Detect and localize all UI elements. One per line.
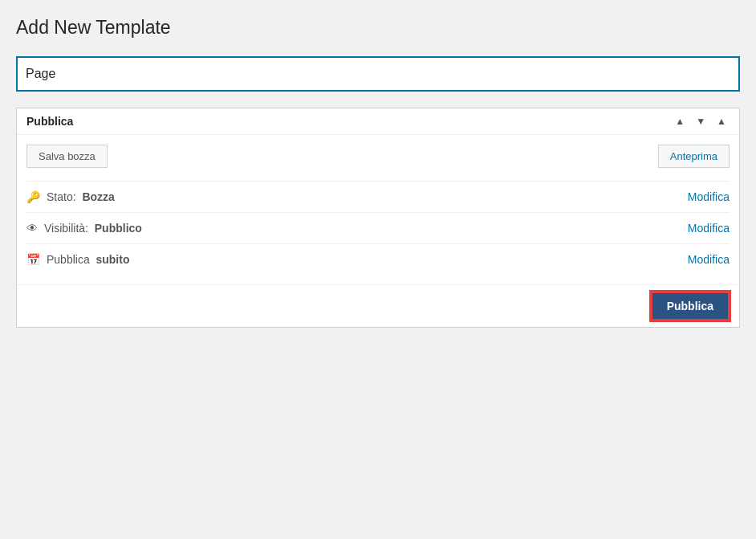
- template-name-input[interactable]: [16, 56, 740, 92]
- stato-modify-link[interactable]: Modifica: [688, 190, 730, 203]
- arrow-down-button[interactable]: ▼: [693, 115, 709, 128]
- publish-button[interactable]: Pubblica: [651, 292, 730, 321]
- preview-button[interactable]: Anteprima: [658, 145, 730, 168]
- stato-text: Stato: Bozza: [47, 190, 115, 203]
- pubblica-panel-title: Pubblica: [26, 115, 73, 128]
- pubblica-header-controls: ▲ ▼ ▲: [672, 115, 730, 128]
- page-title: Add New Template: [16, 16, 740, 40]
- arrow-up-button[interactable]: ▲: [672, 115, 688, 128]
- stato-row: Stato: Bozza Modifica: [26, 181, 730, 212]
- eye-icon: [26, 221, 38, 235]
- stato-left: Stato: Bozza: [26, 190, 115, 204]
- pubblica-subito-row: Pubblica subito Modifica: [26, 243, 730, 275]
- visibilita-row: Visibilità: Pubblico Modifica: [26, 212, 730, 243]
- pubblica-subito-left: Pubblica subito: [26, 252, 129, 267]
- pubblica-panel: Pubblica ▲ ▼ ▲ Salva bozza Anteprima Sta…: [16, 108, 740, 328]
- pubblica-subito-modify-link[interactable]: Modifica: [688, 253, 730, 266]
- pubblica-header: Pubblica ▲ ▼ ▲: [17, 108, 739, 135]
- calendar-icon: [26, 252, 40, 267]
- visibilita-modify-link[interactable]: Modifica: [688, 222, 730, 235]
- pubblica-subito-text: Pubblica subito: [47, 253, 129, 266]
- pubblica-footer: Pubblica: [17, 284, 739, 327]
- pubblica-actions-top: Salva bozza Anteprima: [26, 145, 730, 168]
- visibilita-left: Visibilità: Pubblico: [26, 221, 142, 235]
- key-icon: [26, 190, 40, 204]
- visibilita-text: Visibilità: Pubblico: [44, 222, 142, 235]
- save-draft-button[interactable]: Salva bozza: [26, 145, 108, 168]
- arrow-collapse-button[interactable]: ▲: [713, 115, 730, 128]
- pubblica-body: Salva bozza Anteprima Stato: Bozza Modif…: [17, 135, 739, 284]
